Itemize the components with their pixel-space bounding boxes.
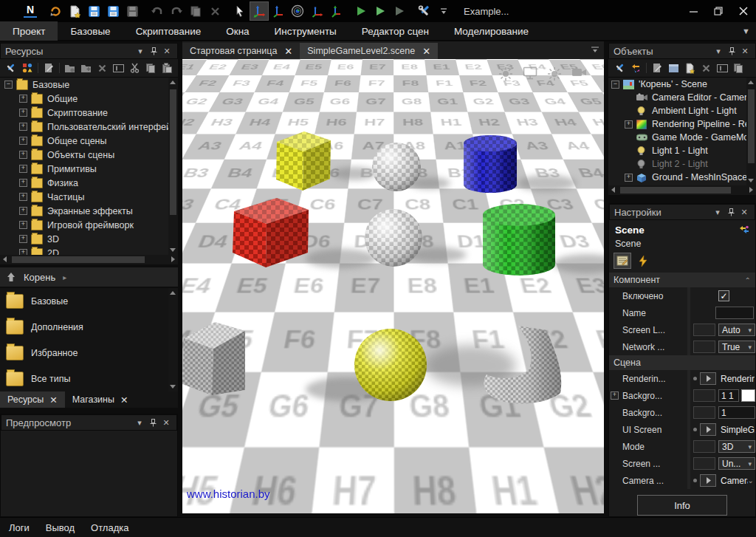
expand-icon[interactable]: + <box>625 174 633 182</box>
objects-settings-icon[interactable] <box>611 61 628 75</box>
close-button[interactable] <box>731 0 756 22</box>
tab-close-icon[interactable]: ✕ <box>284 46 292 57</box>
tab-close-icon[interactable]: ✕ <box>422 46 430 57</box>
expand-icon[interactable]: + <box>19 207 27 215</box>
name-input[interactable] <box>715 307 754 319</box>
save-all-icon-disabled[interactable] <box>123 1 142 21</box>
reference-go-button[interactable] <box>700 474 716 487</box>
resources-delete-icon[interactable] <box>94 61 111 75</box>
resources-edit-icon[interactable] <box>41 61 57 75</box>
expand-icon[interactable]: + <box>19 123 27 131</box>
play-disabled-icon[interactable] <box>390 1 409 21</box>
resources-copy-icon[interactable] <box>142 61 159 75</box>
tree-item[interactable]: +Игровой фреймворк <box>0 218 178 232</box>
screen2-dropdown[interactable]: Un... ▾ <box>718 457 755 470</box>
tree-item[interactable]: +Примитивы <box>0 162 178 176</box>
undo-icon-disabled[interactable] <box>148 1 167 21</box>
object-item-ambient-light[interactable]: Ambient Light - Light <box>608 104 756 117</box>
expand-icon[interactable]: + <box>19 249 27 255</box>
resources-vertical-scrollbar[interactable] <box>168 78 178 255</box>
objects-vertical-scrollbar[interactable] <box>746 78 756 185</box>
sun-icon[interactable] <box>547 66 562 81</box>
network-dropdown[interactable]: True ▾ <box>718 341 755 353</box>
redo-icon-disabled[interactable] <box>167 1 186 21</box>
object-item-game-mode[interactable]: Game Mode - GameMode <box>608 131 756 144</box>
tab-close-icon[interactable]: ✕ <box>49 394 57 406</box>
preview-close-icon[interactable]: ✕ <box>160 417 172 428</box>
objects-delete-icon[interactable] <box>698 61 714 75</box>
events-tab-icon[interactable] <box>634 253 652 269</box>
reference-go-button[interactable] <box>700 372 716 385</box>
resources-cut-icon[interactable] <box>126 61 142 75</box>
yellow-sphere[interactable] <box>354 329 427 401</box>
red-cube[interactable] <box>233 198 309 267</box>
objects-copy-icon[interactable] <box>730 61 746 75</box>
breadcrumb-chevron-icon[interactable]: ▸ <box>63 273 66 281</box>
tree-item[interactable]: +Физика <box>0 176 178 190</box>
ribbon-collapse-icon[interactable]: ▼ <box>742 27 750 35</box>
default-marker-box[interactable] <box>693 389 715 402</box>
tree-item[interactable]: +Скриптование <box>0 106 178 120</box>
green-cylinder[interactable] <box>483 204 555 276</box>
expand-icon[interactable]: + <box>611 391 619 400</box>
menu-modeling[interactable]: Моделирование <box>441 21 541 41</box>
expand-icon[interactable]: + <box>19 221 27 229</box>
menu-scene-editor[interactable]: Редактор сцен <box>349 21 441 41</box>
tree-item[interactable]: +Частицы <box>0 190 178 204</box>
expand-icon[interactable]: + <box>19 95 27 103</box>
section-scene[interactable]: Сцена <box>609 355 755 370</box>
tab-list-icon[interactable] <box>591 44 599 55</box>
settings-pin-icon[interactable] <box>725 206 737 218</box>
objects-transform-icon[interactable] <box>628 61 644 75</box>
folder-list-scrollbar[interactable] <box>168 288 178 391</box>
tree-item[interactable]: +3D <box>0 232 178 246</box>
expand-icon[interactable]: + <box>19 193 27 201</box>
expand-icon[interactable]: + <box>19 179 27 187</box>
select-tool-icon[interactable] <box>230 1 250 21</box>
objects-horizontal-scrollbar[interactable] <box>608 185 756 195</box>
watermark-link[interactable]: www.historian.by <box>187 488 270 500</box>
expand-icon[interactable]: + <box>19 235 27 243</box>
settings-close-icon[interactable]: ✕ <box>738 206 750 218</box>
duplicate-icon-disabled[interactable] <box>186 1 205 21</box>
tab-scene-document[interactable]: SimpleGameLevel2.scene ✕ <box>300 43 438 59</box>
breadcrumb-root[interactable]: Корень <box>24 272 55 283</box>
properties-tab-icon[interactable] <box>614 253 631 269</box>
gray-checkered-box[interactable] <box>182 322 245 395</box>
resources-dropdown-icon[interactable]: ▾ <box>134 45 146 57</box>
tree-item[interactable]: +Общие <box>0 92 178 106</box>
object-item-rendering-pipeline[interactable]: + Rendering Pipeline - Ren <box>608 117 756 131</box>
new-resource-icon[interactable] <box>65 1 84 21</box>
move-tool-icon[interactable] <box>250 1 269 21</box>
resources-rename-icon[interactable] <box>110 61 126 75</box>
folder-list-item[interactable]: Базовые <box>0 288 178 314</box>
toolbar-options-icon[interactable] <box>434 1 453 21</box>
expand-icon[interactable]: + <box>19 137 27 145</box>
refresh-icon[interactable] <box>46 1 65 21</box>
resources-import-icon[interactable] <box>62 61 78 75</box>
expand-icon[interactable]: + <box>19 165 27 173</box>
expand-icon[interactable]: + <box>625 120 633 129</box>
tree-item[interactable]: +Объекты сцены <box>0 148 178 162</box>
objects-pin-icon[interactable] <box>726 45 738 57</box>
blue-cylinder[interactable] <box>464 135 517 193</box>
expand-icon[interactable]: + <box>19 151 27 159</box>
objects-close-icon[interactable]: ✕ <box>739 45 751 57</box>
default-marker-box[interactable] <box>693 406 715 419</box>
menu-scripting[interactable]: Скриптование <box>123 21 214 41</box>
enabled-checkbox[interactable]: ✓ <box>718 290 729 301</box>
expand-icon[interactable]: + <box>19 109 27 117</box>
gray-sphere[interactable] <box>365 209 422 267</box>
tree-item[interactable]: +Пользовательский интерфейс <box>0 120 178 134</box>
tab-stores[interactable]: Магазины ✕ <box>65 391 136 408</box>
object-item-camera[interactable]: Camera Editor - Camera <box>608 91 756 104</box>
play-second-icon[interactable] <box>371 1 390 21</box>
scene-root-item[interactable]: − 'Корень' - Scene <box>608 78 756 91</box>
objects-new-icon[interactable] <box>681 61 698 75</box>
resources-close-icon[interactable]: ✕ <box>161 45 173 57</box>
mode-dropdown[interactable]: 3D ▾ <box>718 440 755 453</box>
object-item-light1[interactable]: Light 1 - Light <box>608 144 756 157</box>
menu-windows[interactable]: Окна <box>213 21 261 41</box>
camera-icon[interactable] <box>571 66 588 78</box>
tools-icon[interactable] <box>415 1 434 21</box>
